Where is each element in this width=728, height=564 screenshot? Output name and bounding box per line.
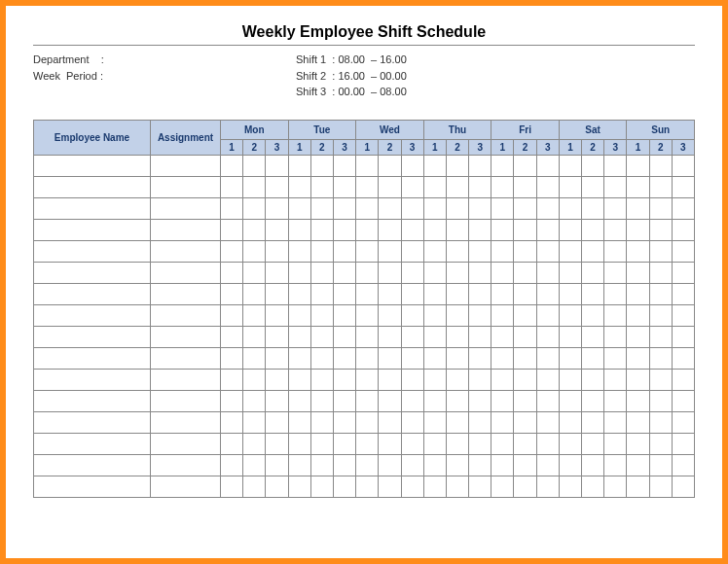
cell-shift[interactable] [559,390,581,411]
cell-shift[interactable] [243,304,266,326]
cell-shift[interactable] [627,304,649,326]
cell-shift[interactable] [356,347,379,369]
cell-assignment[interactable] [151,476,221,497]
cell-shift[interactable] [649,411,672,433]
cell-shift[interactable] [310,176,333,197]
cell-shift[interactable] [627,476,649,497]
cell-shift[interactable] [310,347,333,369]
cell-shift[interactable] [491,326,514,347]
cell-shift[interactable] [310,240,333,262]
cell-shift[interactable] [627,347,649,369]
cell-shift[interactable] [604,283,627,304]
cell-employee-name[interactable] [34,262,151,283]
cell-shift[interactable] [627,262,649,283]
cell-shift[interactable] [356,411,379,433]
cell-shift[interactable] [379,304,401,326]
cell-shift[interactable] [356,219,379,240]
cell-assignment[interactable] [151,197,221,219]
cell-shift[interactable] [491,197,514,219]
cell-shift[interactable] [333,411,355,433]
cell-assignment[interactable] [151,454,221,476]
cell-shift[interactable] [423,155,446,176]
cell-shift[interactable] [469,155,491,176]
cell-shift[interactable] [536,390,559,411]
cell-assignment[interactable] [151,283,221,304]
cell-shift[interactable] [288,326,310,347]
cell-shift[interactable] [672,433,694,454]
cell-shift[interactable] [649,155,672,176]
cell-shift[interactable] [649,176,672,197]
cell-shift[interactable] [243,454,266,476]
cell-shift[interactable] [469,197,491,219]
cell-shift[interactable] [536,155,559,176]
cell-shift[interactable] [672,219,694,240]
cell-shift[interactable] [310,433,333,454]
cell-shift[interactable] [491,283,514,304]
cell-shift[interactable] [221,411,243,433]
cell-employee-name[interactable] [34,411,151,433]
cell-shift[interactable] [310,304,333,326]
cell-shift[interactable] [582,155,604,176]
cell-shift[interactable] [356,155,379,176]
cell-shift[interactable] [266,176,288,197]
cell-shift[interactable] [310,262,333,283]
cell-shift[interactable] [401,262,423,283]
cell-shift[interactable] [401,219,423,240]
cell-shift[interactable] [356,454,379,476]
cell-shift[interactable] [649,197,672,219]
cell-shift[interactable] [491,240,514,262]
cell-shift[interactable] [582,262,604,283]
cell-shift[interactable] [379,262,401,283]
cell-shift[interactable] [559,411,581,433]
cell-shift[interactable] [536,326,559,347]
cell-shift[interactable] [379,283,401,304]
cell-shift[interactable] [401,155,423,176]
cell-shift[interactable] [627,219,649,240]
cell-shift[interactable] [221,262,243,283]
cell-shift[interactable] [356,326,379,347]
cell-shift[interactable] [243,155,266,176]
cell-shift[interactable] [536,197,559,219]
cell-shift[interactable] [221,283,243,304]
cell-assignment[interactable] [151,155,221,176]
cell-shift[interactable] [514,304,536,326]
cell-assignment[interactable] [151,240,221,262]
cell-shift[interactable] [356,240,379,262]
cell-shift[interactable] [469,283,491,304]
cell-shift[interactable] [672,369,694,390]
cell-assignment[interactable] [151,347,221,369]
cell-shift[interactable] [536,369,559,390]
cell-employee-name[interactable] [34,197,151,219]
cell-assignment[interactable] [151,433,221,454]
cell-shift[interactable] [672,476,694,497]
cell-shift[interactable] [469,219,491,240]
cell-shift[interactable] [288,433,310,454]
cell-shift[interactable] [649,262,672,283]
cell-shift[interactable] [446,304,468,326]
cell-shift[interactable] [559,283,581,304]
cell-shift[interactable] [379,155,401,176]
cell-shift[interactable] [536,411,559,433]
cell-employee-name[interactable] [34,283,151,304]
cell-shift[interactable] [401,454,423,476]
cell-shift[interactable] [356,390,379,411]
cell-shift[interactable] [582,283,604,304]
cell-shift[interactable] [446,283,468,304]
cell-shift[interactable] [604,411,627,433]
cell-shift[interactable] [243,176,266,197]
cell-shift[interactable] [649,304,672,326]
cell-shift[interactable] [243,197,266,219]
cell-shift[interactable] [582,411,604,433]
cell-shift[interactable] [446,240,468,262]
cell-shift[interactable] [379,240,401,262]
cell-shift[interactable] [243,262,266,283]
cell-shift[interactable] [514,476,536,497]
cell-shift[interactable] [243,433,266,454]
cell-shift[interactable] [266,433,288,454]
cell-shift[interactable] [221,155,243,176]
cell-shift[interactable] [536,219,559,240]
cell-assignment[interactable] [151,304,221,326]
cell-shift[interactable] [604,219,627,240]
cell-shift[interactable] [627,197,649,219]
cell-shift[interactable] [446,262,468,283]
